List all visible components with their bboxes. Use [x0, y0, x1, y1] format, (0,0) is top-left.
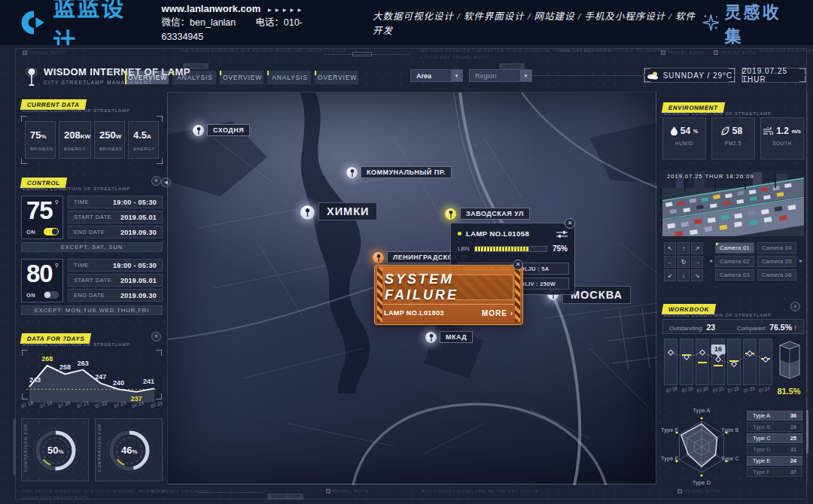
collapse-left-panel-button[interactable]: ◂ [161, 178, 171, 187]
time-row: TIME19:00 - 05:30 [68, 259, 163, 272]
workbook-bar [664, 339, 678, 385]
lbn-progress-bar[interactable] [474, 246, 547, 252]
map-label-skhodnya[interactable]: СХОДНЯ [207, 124, 250, 136]
trend-up-icon: ↑ [793, 323, 797, 332]
start-date-row: START DATE2019.05.01 [68, 274, 163, 287]
decor-text: TWO ROADS DIVERGED [148, 489, 209, 493]
tab-analysis-1[interactable]: ANALYSIS [172, 71, 216, 84]
lamp-pin-failure[interactable] [373, 252, 384, 263]
camera-01-button[interactable]: Camera 01 [715, 242, 754, 254]
type-row-d[interactable]: Type D31 [747, 445, 802, 454]
workbook-badge: WORKBOOK [662, 300, 715, 314]
hazard-stripe [515, 268, 520, 322]
tab-analysis-2[interactable]: ANALYSIS [267, 71, 311, 84]
pan-down-button[interactable]: ↓ [678, 269, 690, 281]
weather-text: SUNNDAY / 29°C [663, 71, 733, 80]
lamp-pin[interactable] [346, 167, 358, 178]
camera-prev-button[interactable]: ◂ [708, 251, 714, 269]
map-label-mkad[interactable]: МКАД [440, 331, 473, 343]
pan-right-button[interactable]: → [691, 256, 703, 268]
failure-lamp-id: LAMP NO.L01803 [384, 309, 444, 317]
left-edge-decoration [13, 418, 16, 475]
gauge-label: COMPARISON FOR [97, 424, 102, 472]
map-label-kommunalny[interactable]: КОММУНАЛЬНЫЙ ПР. [361, 166, 452, 178]
lamp-pin[interactable] [193, 125, 204, 136]
hazard-stripe [377, 268, 382, 322]
camera-feed[interactable]: 2019.07.25 THUR 18:26:09 [662, 170, 804, 236]
stat-briness: 75%BRINESS [25, 121, 56, 159]
pan-down-left-button[interactable]: ↙ [664, 269, 676, 281]
power-toggle[interactable] [44, 291, 59, 299]
sparkle-icon [702, 13, 720, 32]
except-bar: EXCEPT: MON,TUE,WED,THUR,FRI [21, 305, 163, 315]
header-contact: www.lanlanwork.com►►►►► 微信：ben_lanlan电话：… [162, 2, 336, 44]
pan-up-left-button[interactable]: ↖ [664, 242, 676, 254]
close-failure-button[interactable]: ✕ [513, 260, 523, 270]
services-list: 大数据可视化设计 / 软件界面设计 / 网站建设 / 手机及小程序设计 / 软件… [373, 8, 702, 37]
power-toggle[interactable] [44, 228, 59, 235]
pan-left-button[interactable]: ← [664, 256, 676, 268]
type-row-e[interactable]: Type E24 [747, 456, 802, 466]
lamp-pin[interactable] [425, 332, 437, 343]
pan-up-right-button[interactable]: ↗ [691, 242, 703, 254]
chevron-down-icon: ▼ [520, 70, 531, 81]
brightness-level: 75 [26, 198, 58, 223]
environment-subtitle: RUNNING CONDITION OF STREETLAMP [664, 111, 772, 116]
schedule-level-box: ⚲ 80 ON [21, 259, 63, 302]
control-subtitle: RUNNING CONDITION OF STREETLAMP [23, 187, 130, 191]
failure-title: SYSTEM FAILURE [385, 272, 513, 303]
decor-text: SOME DAY AS FAR AS I COULD TO WHERE IT [556, 48, 671, 53]
more-button[interactable]: MORE › [482, 309, 513, 317]
svg-text:268: 268 [41, 355, 53, 363]
week-line-chart: 243268258263247240237241 [21, 349, 163, 400]
close-popup-button[interactable]: ✕ [565, 218, 575, 229]
on-label: ON [26, 292, 35, 299]
chevron-right-icon: › [510, 309, 513, 317]
type-row-c[interactable]: Type C25 [747, 433, 802, 443]
area-select[interactable]: Area▼ [410, 69, 463, 82]
decor-text: COULD NOT TRAVEL BOTH [420, 55, 488, 59]
camera-next-button[interactable]: ▸ [798, 251, 804, 269]
pan-down-right-button[interactable]: ↘ [691, 269, 703, 281]
type-row-f[interactable]: Type F37 [747, 467, 802, 477]
region-select[interactable]: Region▼ [469, 69, 532, 82]
lamp-pin[interactable] [300, 205, 315, 220]
time-row: TIME19:00 - 05:30 [68, 196, 163, 208]
decor-slider-handle [352, 52, 372, 56]
week-chart-subtitle: RUNNING CONDITION OF STREETLAMP [23, 342, 130, 347]
scrollbar-thumb[interactable] [806, 410, 808, 454]
env-wind: 1.2m/s SOUTH [760, 117, 804, 159]
weather-box: SUNNDAY / 29°C [644, 68, 735, 83]
start-date-row: START DATE2019.05.01 [68, 211, 163, 223]
lamp-id: LAMP NO.L01058 [466, 229, 529, 238]
camera-03-button[interactable]: Camera 03 [715, 269, 754, 281]
end-date-row: END DATE2019.09.30 [68, 289, 163, 302]
map-label-khimki[interactable]: ХИМКИ [318, 202, 377, 220]
map-label-zavodskaya[interactable]: ЗАВОДСКАЯ УЛ [460, 208, 530, 220]
tab-overview-3[interactable]: OVERVIEW [315, 71, 358, 84]
pan-up-button[interactable]: ↑ [678, 242, 690, 254]
inspiration-collect[interactable]: 灵感收集 [702, 0, 796, 47]
tab-overview-1[interactable]: OVERVIEW [125, 71, 169, 84]
lbn-label: LBN [458, 245, 470, 252]
on-label: ON [26, 229, 35, 235]
radar-axis-label: Type D [693, 480, 711, 485]
expand-workbook-button[interactable]: › [790, 302, 800, 311]
camera-05-button[interactable]: Camera 05 [757, 256, 796, 267]
camera-06-button[interactable]: Camera 06 [757, 269, 796, 281]
workbook-bar [696, 339, 709, 385]
type-row-a[interactable]: Type A36 [747, 411, 802, 421]
reset-view-button[interactable]: ↻ [678, 256, 690, 268]
lamp-pin-alert[interactable] [445, 208, 456, 220]
type-row-b[interactable]: Type B28 [747, 422, 802, 432]
tab-overview-2[interactable]: OVERVIEW [220, 71, 263, 84]
website-link[interactable]: www.lanlanwork.com [162, 3, 261, 14]
decor-text: COULD NOT TRAVEL BOTH [21, 496, 89, 500]
sliders-icon[interactable] [556, 230, 568, 238]
streetlamp-icon [26, 68, 38, 90]
camera-04-button[interactable]: Camera 04 [757, 242, 796, 254]
lbn-bar-fill [475, 247, 529, 251]
add-schedule-button[interactable]: + [151, 176, 161, 186]
expand-week-chart-button[interactable]: + [151, 332, 161, 342]
camera-02-button[interactable]: Camera 02 [715, 256, 754, 267]
